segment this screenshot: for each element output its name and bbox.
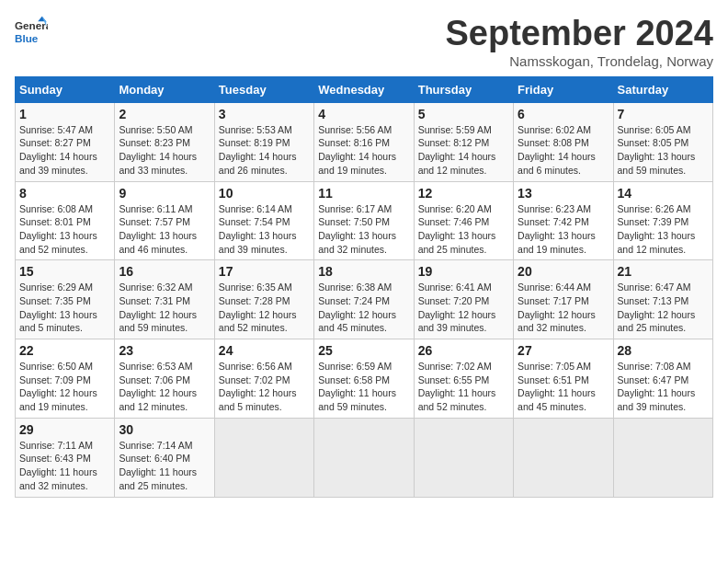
calendar-cell: 5Sunrise: 5:59 AM Sunset: 8:12 PM Daylig… — [414, 102, 513, 181]
calendar-cell — [514, 418, 613, 497]
calendar-week-row: 29Sunrise: 7:11 AM Sunset: 6:43 PM Dayli… — [16, 418, 713, 497]
calendar-cell: 26Sunrise: 7:02 AM Sunset: 6:55 PM Dayli… — [414, 339, 513, 419]
day-number: 26 — [418, 343, 509, 358]
calendar-week-row: 22Sunrise: 6:50 AM Sunset: 7:09 PM Dayli… — [16, 339, 713, 419]
calendar-cell: 14Sunrise: 6:26 AM Sunset: 7:39 PM Dayli… — [613, 181, 712, 260]
calendar-cell: 30Sunrise: 7:14 AM Sunset: 6:40 PM Dayli… — [115, 418, 214, 497]
day-info: Sunrise: 6:56 AM Sunset: 7:02 PM Dayligh… — [219, 360, 310, 414]
day-info: Sunrise: 6:20 AM Sunset: 7:46 PM Dayligh… — [418, 202, 509, 257]
calendar-cell: 1Sunrise: 5:47 AM Sunset: 8:27 PM Daylig… — [16, 102, 115, 181]
logo-icon: General Blue — [15, 15, 48, 48]
day-info: Sunrise: 6:05 AM Sunset: 8:05 PM Dayligh… — [618, 123, 709, 178]
weekday-header: Tuesday — [214, 76, 313, 102]
weekday-header: Thursday — [414, 76, 513, 102]
calendar-cell: 13Sunrise: 6:23 AM Sunset: 7:42 PM Dayli… — [514, 181, 613, 260]
weekday-header: Monday — [115, 76, 214, 102]
weekday-header-row: SundayMondayTuesdayWednesdayThursdayFrid… — [16, 76, 713, 102]
calendar-cell: 8Sunrise: 6:08 AM Sunset: 8:01 PM Daylig… — [16, 181, 115, 260]
calendar-cell: 20Sunrise: 6:44 AM Sunset: 7:17 PM Dayli… — [514, 260, 613, 339]
day-number: 20 — [518, 264, 609, 279]
day-info: Sunrise: 5:56 AM Sunset: 8:16 PM Dayligh… — [318, 123, 409, 178]
calendar-cell: 11Sunrise: 6:17 AM Sunset: 7:50 PM Dayli… — [314, 181, 414, 260]
calendar-cell: 6Sunrise: 6:02 AM Sunset: 8:08 PM Daylig… — [514, 102, 613, 181]
calendar-cell: 2Sunrise: 5:50 AM Sunset: 8:23 PM Daylig… — [115, 102, 214, 181]
calendar-table: SundayMondayTuesdayWednesdayThursdayFrid… — [15, 76, 713, 498]
day-info: Sunrise: 5:53 AM Sunset: 8:19 PM Dayligh… — [219, 123, 310, 178]
calendar-cell: 22Sunrise: 6:50 AM Sunset: 7:09 PM Dayli… — [16, 339, 115, 419]
day-number: 6 — [518, 107, 609, 121]
weekday-header: Saturday — [613, 76, 712, 102]
day-info: Sunrise: 6:23 AM Sunset: 7:42 PM Dayligh… — [518, 202, 609, 257]
day-number: 19 — [418, 264, 509, 279]
day-info: Sunrise: 6:47 AM Sunset: 7:13 PM Dayligh… — [618, 281, 709, 335]
day-info: Sunrise: 5:50 AM Sunset: 8:23 PM Dayligh… — [119, 123, 210, 178]
day-info: Sunrise: 6:11 AM Sunset: 7:57 PM Dayligh… — [119, 202, 210, 257]
day-number: 30 — [119, 422, 210, 437]
day-number: 24 — [219, 343, 310, 358]
day-number: 13 — [518, 186, 609, 201]
day-info: Sunrise: 7:08 AM Sunset: 6:47 PM Dayligh… — [618, 360, 709, 414]
weekday-header: Sunday — [16, 76, 115, 102]
calendar-cell: 12Sunrise: 6:20 AM Sunset: 7:46 PM Dayli… — [414, 181, 513, 260]
day-info: Sunrise: 6:17 AM Sunset: 7:50 PM Dayligh… — [318, 202, 409, 257]
day-info: Sunrise: 6:53 AM Sunset: 7:06 PM Dayligh… — [119, 360, 210, 414]
page-header: General Blue September 2024 Namsskogan, … — [15, 15, 713, 69]
calendar-cell: 23Sunrise: 6:53 AM Sunset: 7:06 PM Dayli… — [115, 339, 214, 419]
day-number: 2 — [119, 107, 210, 121]
day-number: 9 — [119, 186, 210, 201]
calendar-cell: 27Sunrise: 7:05 AM Sunset: 6:51 PM Dayli… — [514, 339, 613, 419]
calendar-cell: 16Sunrise: 6:32 AM Sunset: 7:31 PM Dayli… — [115, 260, 214, 339]
location: Namsskogan, Trondelag, Norway — [446, 53, 714, 69]
logo: General Blue — [15, 15, 48, 48]
calendar-cell: 4Sunrise: 5:56 AM Sunset: 8:16 PM Daylig… — [314, 102, 414, 181]
day-info: Sunrise: 6:26 AM Sunset: 7:39 PM Dayligh… — [618, 202, 709, 257]
day-info: Sunrise: 6:02 AM Sunset: 8:08 PM Dayligh… — [518, 123, 609, 178]
day-number: 25 — [318, 343, 409, 358]
day-number: 29 — [19, 422, 110, 437]
day-number: 21 — [618, 264, 709, 279]
day-number: 23 — [119, 343, 210, 358]
day-number: 8 — [19, 186, 110, 201]
day-number: 4 — [318, 107, 409, 121]
month-title: September 2024 — [446, 15, 714, 53]
calendar-cell: 24Sunrise: 6:56 AM Sunset: 7:02 PM Dayli… — [214, 339, 313, 419]
day-info: Sunrise: 6:08 AM Sunset: 8:01 PM Dayligh… — [19, 202, 110, 257]
day-number: 15 — [19, 264, 110, 279]
calendar-week-row: 15Sunrise: 6:29 AM Sunset: 7:35 PM Dayli… — [16, 260, 713, 339]
calendar-week-row: 8Sunrise: 6:08 AM Sunset: 8:01 PM Daylig… — [16, 181, 713, 260]
calendar-cell — [214, 418, 313, 497]
day-info: Sunrise: 6:44 AM Sunset: 7:17 PM Dayligh… — [518, 281, 609, 335]
day-number: 3 — [219, 107, 310, 121]
day-number: 17 — [219, 264, 310, 279]
weekday-header: Friday — [514, 76, 613, 102]
day-info: Sunrise: 6:29 AM Sunset: 7:35 PM Dayligh… — [19, 281, 110, 335]
calendar-cell: 10Sunrise: 6:14 AM Sunset: 7:54 PM Dayli… — [214, 181, 313, 260]
day-info: Sunrise: 6:38 AM Sunset: 7:24 PM Dayligh… — [318, 281, 409, 335]
calendar-cell: 7Sunrise: 6:05 AM Sunset: 8:05 PM Daylig… — [613, 102, 712, 181]
day-info: Sunrise: 6:59 AM Sunset: 6:58 PM Dayligh… — [318, 360, 409, 414]
calendar-cell: 28Sunrise: 7:08 AM Sunset: 6:47 PM Dayli… — [613, 339, 712, 419]
day-number: 16 — [119, 264, 210, 279]
day-info: Sunrise: 7:14 AM Sunset: 6:40 PM Dayligh… — [119, 439, 210, 493]
day-info: Sunrise: 7:11 AM Sunset: 6:43 PM Dayligh… — [19, 439, 110, 493]
calendar-cell: 9Sunrise: 6:11 AM Sunset: 7:57 PM Daylig… — [115, 181, 214, 260]
day-number: 18 — [318, 264, 409, 279]
day-info: Sunrise: 6:14 AM Sunset: 7:54 PM Dayligh… — [219, 202, 310, 257]
calendar-cell — [314, 418, 414, 497]
day-number: 7 — [618, 107, 709, 121]
day-number: 27 — [518, 343, 609, 358]
day-info: Sunrise: 6:41 AM Sunset: 7:20 PM Dayligh… — [418, 281, 509, 335]
calendar-cell — [613, 418, 712, 497]
day-number: 5 — [418, 107, 509, 121]
day-number: 10 — [219, 186, 310, 201]
day-info: Sunrise: 5:59 AM Sunset: 8:12 PM Dayligh… — [418, 123, 509, 178]
svg-text:Blue: Blue — [15, 32, 39, 44]
calendar-cell: 29Sunrise: 7:11 AM Sunset: 6:43 PM Dayli… — [16, 418, 115, 497]
day-number: 28 — [618, 343, 709, 358]
day-number: 11 — [318, 186, 409, 201]
calendar-cell: 19Sunrise: 6:41 AM Sunset: 7:20 PM Dayli… — [414, 260, 513, 339]
calendar-cell: 18Sunrise: 6:38 AM Sunset: 7:24 PM Dayli… — [314, 260, 414, 339]
day-info: Sunrise: 6:32 AM Sunset: 7:31 PM Dayligh… — [119, 281, 210, 335]
day-info: Sunrise: 7:05 AM Sunset: 6:51 PM Dayligh… — [518, 360, 609, 414]
day-number: 22 — [19, 343, 110, 358]
